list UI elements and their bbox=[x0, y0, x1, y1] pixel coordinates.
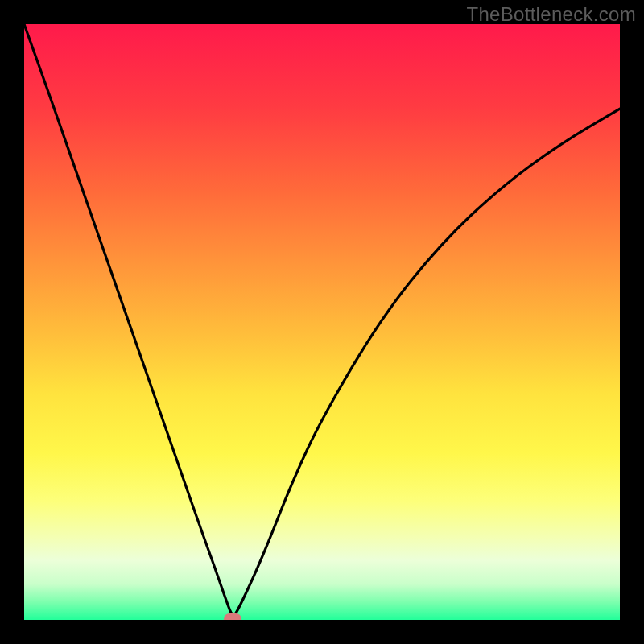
chart-frame: TheBottleneck.com bbox=[0, 0, 644, 644]
bottleneck-curve bbox=[24, 24, 620, 615]
min-marker bbox=[224, 613, 242, 620]
curve-layer bbox=[24, 24, 620, 620]
plot-area bbox=[24, 24, 620, 620]
watermark-text: TheBottleneck.com bbox=[466, 3, 636, 26]
